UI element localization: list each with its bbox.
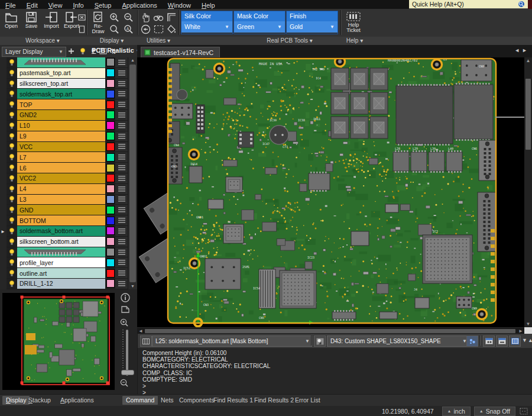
layer-name[interactable]: VCC [17, 142, 105, 152]
collapse-console-icon[interactable]: ▼ [522, 337, 527, 343]
workspace-group-label[interactable]: Workspace ▾ [0, 37, 85, 45]
units-button[interactable]: ▲inch [442, 407, 471, 416]
tab-scroll-arrows[interactable]: ◄► [514, 47, 530, 53]
utilities-group-label[interactable]: Utilities ▾ [138, 37, 179, 45]
page-flip-icon[interactable] [121, 305, 131, 316]
layer-color-swatch[interactable] [105, 89, 115, 99]
layer-options-icon[interactable] [115, 68, 128, 78]
layer-row-L10[interactable]: L10 [7, 121, 128, 131]
layer-options-icon[interactable] [115, 184, 128, 194]
vscroll-thumb[interactable] [525, 79, 531, 150]
help-ticket-button[interactable]: Help Ticket [343, 11, 364, 35]
layer-row-GND2[interactable]: GND2 [7, 110, 128, 121]
layer-options-icon[interactable] [115, 121, 128, 131]
layer-options-icon[interactable] [115, 89, 128, 99]
layer-visibility-bulb-icon[interactable] [7, 142, 17, 152]
document-tab[interactable]: testcase1-v174-RevC [141, 47, 220, 57]
layer-row-TOP[interactable]: TOP [7, 99, 128, 110]
layer-scrollbar-thumb[interactable] [129, 65, 136, 282]
layer-color-swatch[interactable] [105, 173, 115, 183]
layer-color-swatch[interactable] [105, 247, 115, 257]
zoom-slider-track[interactable] [126, 330, 128, 376]
scroll-down-icon[interactable]: ▼ [524, 321, 532, 327]
layer-color-swatch[interactable] [105, 195, 115, 205]
layer-row-BOTTOM[interactable]: BOTTOM [7, 215, 128, 226]
layer-visibility-bulb-icon[interactable] [7, 237, 17, 247]
layer-color-swatch[interactable] [105, 142, 115, 152]
layer-name[interactable]: VCC2 [17, 173, 105, 183]
command-console-output[interactable]: Component Height (in): 0.06100BOMCATEGOR… [138, 348, 532, 394]
zoom-slider-handle[interactable] [121, 370, 134, 375]
layer-name[interactable]: GND2 [17, 110, 105, 120]
all-layers-on-icon[interactable] [78, 46, 87, 56]
layer-row-DRILL_1-12[interactable]: DRILL_1-12 [7, 279, 128, 289]
layer-color-swatch[interactable] [105, 68, 115, 78]
shape-tool-icon-button[interactable] [314, 336, 326, 347]
measure-tool-button[interactable] [166, 11, 177, 23]
minimize-window-button[interactable] [496, 336, 508, 347]
layer-color-swatch[interactable] [105, 268, 115, 278]
layer-options-icon[interactable] [115, 247, 128, 257]
layer-color-swatch[interactable] [105, 121, 115, 131]
layer-display-menu[interactable]: Layer Display▼ [2, 47, 66, 57]
layer-color-swatch[interactable] [105, 257, 115, 267]
layer-row-VCC2[interactable]: VCC2 [7, 173, 128, 184]
layer-name[interactable]: soldermask_top.art [17, 89, 105, 99]
layer-row-L7[interactable]: L7 [7, 152, 128, 163]
layer-options-icon[interactable] [115, 79, 128, 89]
minimap-zoom-out-icon[interactable] [119, 378, 129, 390]
layer-options-icon[interactable] [115, 110, 128, 120]
zoom-window-button[interactable] [109, 23, 121, 35]
layer-visibility-bulb-icon[interactable] [7, 173, 17, 183]
layer-color-swatch[interactable] [105, 99, 115, 109]
zoom-in-button[interactable] [109, 11, 121, 23]
snap-button[interactable]: ▲Snap Off [474, 407, 515, 416]
minimap-view[interactable] [2, 293, 115, 390]
layer-color-swatch[interactable] [105, 226, 115, 236]
silk-color-dropdown[interactable]: Silk Color White▼ [181, 11, 233, 34]
layer-name[interactable]: profile_layer [17, 257, 105, 267]
layer-color-swatch[interactable] [105, 57, 115, 67]
layer-row-L4[interactable]: L4 [7, 184, 128, 195]
layer-name[interactable]: L6 [17, 163, 105, 173]
columns-window-button[interactable] [509, 336, 521, 347]
layer-visibility-bulb-icon[interactable] [7, 268, 17, 278]
layer-list-scrollbar[interactable]: ▲ ▼ [128, 57, 137, 289]
layer-options-icon[interactable] [115, 131, 128, 141]
layer-options-icon[interactable] [115, 173, 128, 183]
find-tool-button[interactable] [153, 11, 164, 23]
tab-applications[interactable]: Applications [57, 396, 98, 405]
layer-color-swatch[interactable] [105, 279, 115, 289]
layer-options-icon[interactable] [115, 163, 128, 173]
layer-row-profile_layer[interactable]: profile_layer [7, 257, 128, 268]
grid-toggle-icon[interactable] [519, 407, 528, 415]
mask-color-dropdown[interactable]: Mask Color Green▼ [233, 11, 286, 34]
scroll-up-icon[interactable]: ▲ [524, 58, 532, 63]
layer-name[interactable] [17, 247, 105, 257]
layer-color-swatch[interactable] [105, 184, 115, 194]
scroll-down-icon[interactable]: ▼ [128, 283, 137, 289]
layer-row-VCC[interactable]: VCC [7, 142, 128, 153]
save-button[interactable]: Save [21, 11, 41, 35]
layer-name[interactable]: pastemask_top.art [17, 68, 105, 78]
layer-options-icon[interactable] [115, 205, 128, 215]
layer-visibility-bulb-icon[interactable] [7, 226, 17, 236]
tab-stackup[interactable]: Stackup [25, 396, 54, 405]
find-window-button[interactable] [483, 336, 495, 347]
open-button[interactable]: Open [1, 11, 21, 35]
redraw-button[interactable]: Re- Draw [89, 11, 108, 35]
quick-help-search-icon[interactable] [518, 1, 525, 8]
select-tool-button[interactable] [140, 11, 151, 23]
layer-select-icon-button[interactable] [140, 336, 152, 347]
layer-row-soldermask_top.art[interactable]: soldermask_top.art [7, 89, 128, 99]
layer-visibility-bulb-icon[interactable] [7, 257, 17, 267]
tab-nets[interactable]: Nets [157, 396, 177, 405]
finish-dropdown[interactable]: Finish Gold▼ [286, 11, 338, 34]
layer-name[interactable]: outline.art [17, 268, 105, 278]
layer-row-soldermask_bottom.art[interactable]: soldermask_bottom.art [7, 226, 128, 237]
layer-name[interactable] [17, 57, 105, 67]
tab-command[interactable]: Command [122, 396, 158, 405]
layer-visibility-bulb-icon[interactable] [7, 215, 17, 225]
layer-visibility-bulb-icon[interactable] [7, 99, 17, 109]
layer-name[interactable]: soldermask_bottom.art [17, 226, 105, 236]
